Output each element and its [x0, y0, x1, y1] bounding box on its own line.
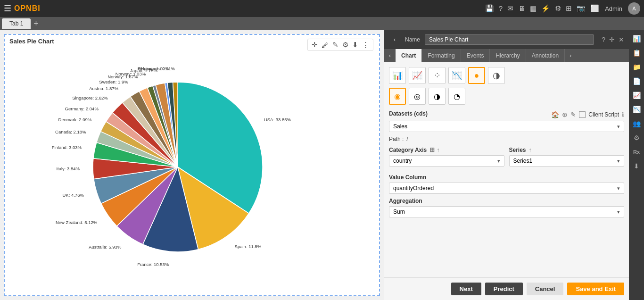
pie-donut-type[interactable]: ◎ [409, 88, 426, 105]
aggregation-section: Aggregation Sum ▾ [389, 198, 624, 217]
next-button[interactable]: Next [451, 283, 481, 295]
svg-text:Denmark: 2.09%: Denmark: 2.09% [58, 117, 92, 122]
category-axis-icons: ⊞ ↑ [429, 146, 440, 153]
category-axis-label: Category Axis ⊞ ↑ [389, 146, 504, 153]
svg-text:France: 10.53%: France: 10.53% [137, 261, 169, 267]
aggregation-select[interactable]: Sum ▾ [389, 206, 624, 217]
sidebar-icon-download[interactable]: ⬇ [630, 159, 643, 173]
sidebar-icon-users[interactable]: 👥 [630, 117, 643, 130]
sidebar-icon-line[interactable]: 📈 [630, 89, 643, 102]
client-script-section: Client Script ℹ [579, 111, 624, 118]
name-input[interactable] [425, 34, 594, 45]
gauge-chart-type[interactable]: ◑ [488, 67, 505, 84]
svg-text:Finland: 3.03%: Finland: 3.03% [52, 144, 82, 150]
pie-filled-type[interactable]: ◉ [389, 88, 406, 105]
datasets-add-icon[interactable]: ⊕ [562, 111, 568, 118]
topbar-right: 💾 ? ✉ 🖥 ▦ ⚡ ⚙ ⊞ 📷 ⬜ Admin A [485, 2, 640, 15]
table-icon[interactable]: ⊞ [566, 4, 572, 13]
save-icon[interactable]: 💾 [485, 4, 494, 13]
panel-tabs: ‹ Chart Formatting Events Hierarchy Anno… [384, 49, 629, 62]
scatter-chart-type[interactable]: ⁘ [429, 67, 446, 84]
svg-text:Philippines: 0.91%: Philippines: 0.91% [138, 66, 175, 71]
topbar-left: ☰ OPNBI [4, 3, 41, 14]
canvas-area: Sales Pie Chart ✛ 🖉 ✎ ⚙ ⬇ ⋮ USA: 33.85%S… [0, 30, 384, 300]
right-panel: ‹ Name ? ✛ ✕ ‹ Chart Formatting Events H… [384, 30, 629, 300]
help-icon[interactable]: ? [499, 4, 503, 13]
series-col: Series ↑ Series1 ▾ [509, 146, 625, 170]
line-chart-type[interactable]: 📈 [409, 67, 426, 84]
tab-add-button[interactable]: + [33, 19, 39, 29]
sidebar-icon-doc[interactable]: 📄 [630, 75, 643, 88]
back-arrow[interactable]: ‹ [389, 33, 400, 46]
sidebar-icon-settings[interactable]: ⚙ [630, 131, 643, 144]
panel-back-arrow[interactable]: ‹ [384, 49, 396, 62]
monitor-icon[interactable]: 🖥 [518, 4, 525, 13]
panel-footer: Next Predict Cancel Save and Exit [384, 277, 629, 300]
sidebar-icon-bar[interactable]: 📉 [630, 103, 643, 116]
dataset-dropdown-icon: ▾ [617, 124, 620, 130]
settings-icon[interactable]: ⚙ [555, 4, 561, 13]
area-chart-type[interactable]: 📉 [448, 67, 465, 84]
filter-icon[interactable]: ⚡ [541, 4, 550, 13]
category-axis-dropdown-icon: ▾ [497, 158, 500, 164]
value-column-select[interactable]: quantityOrdered ▾ [389, 183, 624, 194]
tabbar: Tab 1 + [0, 17, 644, 30]
sidebar-icon-rx[interactable]: Rx [630, 145, 643, 158]
tab-events[interactable]: Events [461, 49, 490, 62]
panel-help-icon[interactable]: ? [602, 36, 605, 43]
client-script-checkbox[interactable] [579, 111, 586, 118]
svg-text:Germany: 2.04%: Germany: 2.04% [65, 106, 99, 111]
tab-annotation[interactable]: Annotation [526, 49, 565, 62]
value-column-value: quantityOrdered [393, 185, 434, 192]
pie-arc-type[interactable]: ◔ [448, 88, 465, 105]
svg-text:Sweden: 1.9%: Sweden: 1.9% [99, 79, 128, 84]
panel-header-icons: ? ✛ ✕ [602, 36, 624, 43]
tab-formatting[interactable]: Formatting [422, 49, 461, 62]
panel-maximize-icon[interactable]: ✛ [609, 36, 615, 43]
save-exit-button[interactable]: Save and Exit [567, 283, 624, 295]
datasets-home-icon[interactable]: 🏠 [551, 111, 559, 118]
datasets-icons: 🏠 ⊕ ✎ Client Script ℹ [551, 111, 624, 118]
category-sort-icon[interactable]: ↑ [437, 146, 440, 153]
sidebar-icon-chart[interactable]: 📊 [630, 32, 643, 45]
dataset-select[interactable]: Sales ▾ [389, 121, 624, 132]
series-select[interactable]: Series1 ▾ [509, 155, 625, 167]
aggregation-value: Sum [393, 208, 405, 215]
value-column-section: Value Column quantityOrdered ▾ [389, 174, 624, 194]
topbar-icons: 💾 ? ✉ 🖥 ▦ ⚡ ⚙ ⊞ 📷 ⬜ [485, 4, 599, 13]
axis-section: Category Axis ⊞ ↑ country ▾ Series ↑ [389, 146, 624, 170]
logo: OPNBI [14, 4, 41, 13]
category-grid-icon[interactable]: ⊞ [429, 146, 435, 153]
dataset-value: Sales [393, 123, 407, 130]
pie-half-donut-type[interactable]: ◑ [429, 88, 446, 105]
category-axis-select[interactable]: country ▾ [389, 155, 504, 167]
bar-chart-type[interactable]: 📊 [389, 67, 406, 84]
export-icon[interactable]: ⬜ [590, 4, 599, 13]
panel-close-icon[interactable]: ✕ [619, 36, 624, 43]
panel-content: 📊 📈 ⁘ 📉 ● ◑ ◉ ◎ ◑ ◔ Datasets (cds) [384, 62, 629, 277]
pie-chart-type[interactable]: ● [468, 67, 485, 84]
predict-button[interactable]: Predict [485, 283, 523, 295]
svg-text:Austria: 1.87%: Austria: 1.87% [89, 86, 118, 91]
sidebar-icon-folder[interactable]: 📁 [630, 60, 643, 74]
mail-icon[interactable]: ✉ [507, 4, 513, 13]
svg-text:Singapore: 2.62%: Singapore: 2.62% [72, 95, 108, 100]
tab-hierarchy[interactable]: Hierarchy [490, 49, 526, 62]
menu-icon[interactable]: ☰ [4, 3, 11, 14]
path-label: Path : [389, 136, 404, 142]
tab-1[interactable]: Tab 1 [2, 18, 31, 29]
path-row: Path : / [389, 136, 624, 142]
datasets-edit-icon[interactable]: ✎ [570, 111, 576, 118]
grid-icon[interactable]: ▦ [530, 4, 537, 13]
cancel-button[interactable]: Cancel [527, 283, 564, 295]
camera-icon[interactable]: 📷 [577, 4, 586, 13]
svg-text:Canada: 2.18%: Canada: 2.18% [55, 129, 86, 134]
name-label: Name [405, 36, 420, 43]
series-icon[interactable]: ↑ [529, 146, 532, 153]
sidebar-icon-data[interactable]: 📋 [630, 46, 643, 59]
panel-forward-arrow[interactable]: › [565, 49, 576, 62]
tab-chart[interactable]: Chart [396, 49, 422, 62]
chart-container: Sales Pie Chart ✛ 🖉 ✎ ⚙ ⬇ ⋮ USA: 33.85%S… [4, 34, 380, 296]
svg-text:Australia: 5.93%: Australia: 5.93% [89, 244, 122, 249]
tab-1-label: Tab 1 [9, 20, 23, 27]
